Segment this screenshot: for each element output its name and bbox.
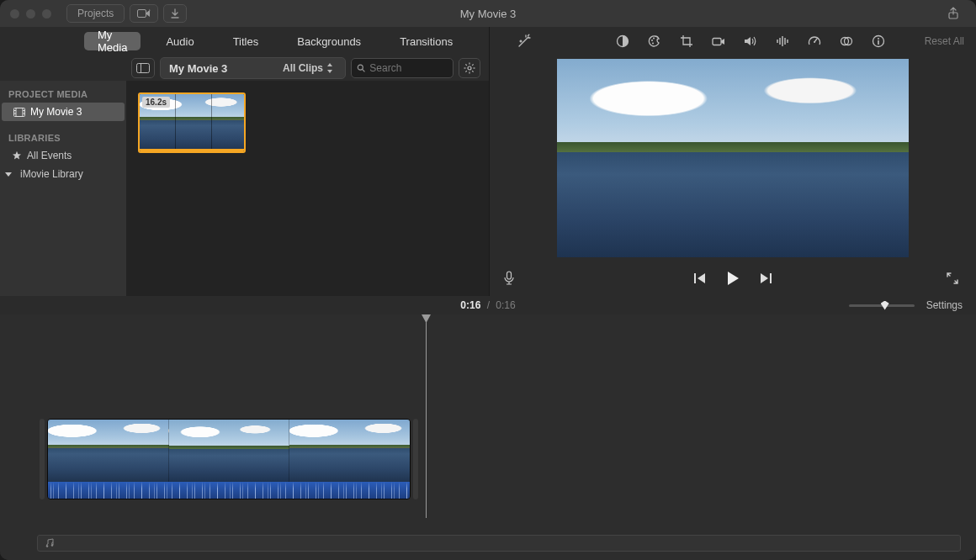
background-music-track[interactable] [37,535,961,552]
preview-viewer[interactable] [490,55,976,261]
volume-icon [744,35,757,47]
video-preview-image [557,59,909,257]
clip-thumbnail[interactable]: 16.2s [138,92,246,153]
clip-group-title: My Movie 3 [169,62,227,75]
svg-line-6 [363,70,365,72]
svg-rect-41 [694,273,696,283]
tab-titles[interactable]: Titles [220,32,273,50]
download-button[interactable] [163,4,187,23]
svg-point-26 [652,43,654,45]
noise-reduction-button[interactable] [775,34,790,49]
sidebar-item-label: iMovie Library [20,168,83,180]
overlay-icon [840,35,853,47]
share-button[interactable] [939,4,968,23]
clip-trim-handle-left[interactable] [40,419,45,499]
svg-rect-3 [137,64,150,73]
fullscreen-button[interactable] [946,272,963,285]
star-icon [12,151,22,161]
clip-browser[interactable]: 16.2s [126,81,489,296]
clip-filter-button[interactable] [839,34,854,49]
tab-transitions[interactable]: Transitions [386,32,466,50]
sidebar-item-project[interactable]: My Movie 3 [2,103,125,121]
svg-rect-27 [713,38,721,45]
playhead[interactable] [426,320,427,518]
svg-line-12 [465,64,466,65]
gear-icon [464,62,475,74]
microphone-icon [503,271,515,286]
speed-button[interactable] [807,34,822,49]
browser-settings-button[interactable] [459,58,480,78]
svg-text:♪: ♪ [148,8,151,13]
sidebar-item-imovie-library[interactable]: iMovie Library [0,165,126,183]
color-correction-button[interactable] [647,34,662,49]
projects-button[interactable]: Projects [66,4,125,23]
clip-group-header[interactable]: My Movie 3 All Clips [160,57,346,79]
clip-trim-handle-right[interactable] [413,419,418,499]
fullscreen-icon [946,272,959,285]
timeline-clip-frames [48,420,410,482]
voiceover-button[interactable] [503,271,520,286]
media-import-button[interactable]: ♪ [130,4,158,23]
time-separator: / [487,299,490,311]
reset-all-button[interactable]: Reset All [925,35,964,47]
clip-usage-indicator [140,149,244,151]
timeline-audio-waveform[interactable] [48,482,410,499]
window-traffic-lights[interactable] [10,9,51,18]
tab-audio[interactable]: Audio [152,32,207,50]
skip-back-button[interactable] [693,272,707,284]
clip-duration-badge: 16.2s [142,97,170,108]
film-icon [13,108,25,117]
clip-filter-dropdown[interactable]: All Clips [283,62,333,74]
video-frame [557,59,909,257]
svg-point-24 [651,40,653,41]
play-button[interactable] [725,271,740,286]
svg-line-14 [472,64,473,65]
svg-point-34 [814,41,815,43]
zoom-slider[interactable] [849,304,915,307]
timeline-info-bar: 0:16 / 0:16 Settings [0,296,976,314]
svg-rect-16 [14,108,25,116]
media-import-icon: ♪ [137,8,151,18]
sidebar-head-project-media: PROJECT MEDIA [0,86,126,103]
play-icon [725,271,740,286]
sidebar-head-libraries: LIBRARIES [0,129,126,146]
adjustment-toolbar: Reset All [490,27,976,55]
clip-filter-label: All Clips [283,62,323,74]
search-field[interactable] [351,58,454,78]
palette-icon [648,34,661,48]
contrast-icon [616,34,629,48]
close-window-icon[interactable] [10,9,19,18]
volume-button[interactable] [743,34,758,49]
skip-forward-icon [759,272,772,284]
total-time: 0:16 [496,299,515,311]
stabilization-button[interactable] [711,34,726,49]
crop-button[interactable] [679,34,694,49]
browser-toolbar: My Movie 3 All Clips [0,55,489,81]
titlebar: Projects ♪ My Movie 3 [0,0,976,27]
skip-back-icon [693,272,707,284]
music-track-icon [45,538,55,548]
svg-point-44 [51,544,54,547]
library-sidebar: PROJECT MEDIA My Movie 3 LIBRARIES All E… [0,81,126,296]
media-tabs: My Media Audio Titles Backgrounds Transi… [0,27,489,55]
enhance-button[interactable] [517,34,532,49]
sidebar-toggle-icon [136,63,150,73]
color-balance-button[interactable] [615,34,630,49]
svg-rect-39 [878,40,879,45]
playback-controls [490,261,976,296]
zoom-window-icon[interactable] [42,9,51,18]
timeline-clip[interactable] [47,419,411,499]
tab-my-media[interactable]: My Media [84,32,141,50]
camera-icon [712,36,725,47]
toggle-sidebar-button[interactable] [131,58,155,78]
timeline[interactable] [0,314,976,560]
sidebar-item-label: My Movie 3 [30,106,82,118]
tab-backgrounds[interactable]: Backgrounds [284,32,374,50]
svg-rect-40 [507,272,512,279]
minimize-window-icon[interactable] [26,9,35,18]
download-icon [170,8,180,18]
sidebar-item-all-events[interactable]: All Events [0,146,126,165]
info-button[interactable] [871,34,886,49]
skip-forward-button[interactable] [759,272,772,284]
search-input[interactable] [369,62,448,74]
